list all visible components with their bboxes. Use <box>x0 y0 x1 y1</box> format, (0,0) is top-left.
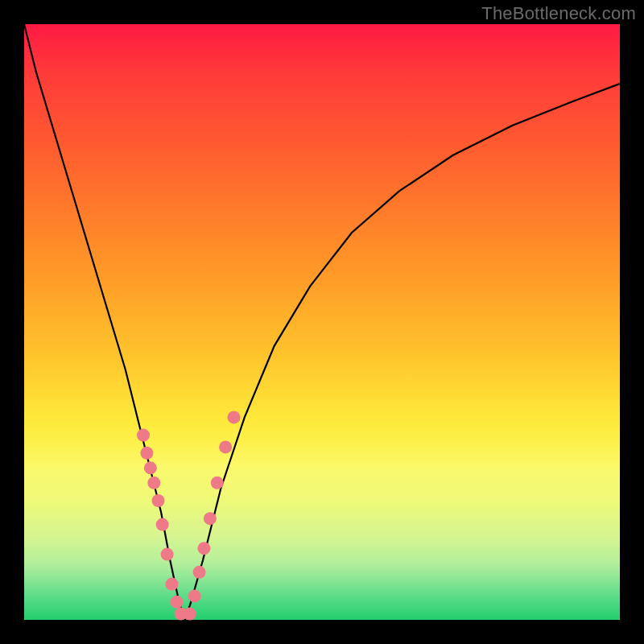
data-point <box>204 512 217 525</box>
data-point <box>193 566 206 579</box>
bottleneck-curve <box>24 24 620 620</box>
data-point <box>161 548 174 561</box>
data-point <box>166 578 179 591</box>
right-arm-dot-group <box>184 411 241 620</box>
watermark-text: TheBottleneck.com <box>481 3 636 24</box>
data-point <box>156 518 169 531</box>
data-point <box>152 494 165 507</box>
data-point <box>144 461 157 474</box>
data-point <box>170 596 183 609</box>
data-point <box>188 589 201 602</box>
chart-svg <box>24 24 620 620</box>
data-point <box>184 608 196 621</box>
data-point <box>140 447 153 460</box>
data-point <box>197 542 210 555</box>
data-point <box>219 440 232 453</box>
data-point <box>227 411 240 423</box>
left-arm-dot-group <box>137 429 188 621</box>
data-point <box>137 429 150 442</box>
chart-frame: TheBottleneck.com <box>0 0 644 644</box>
data-point <box>211 477 224 489</box>
plot-area <box>24 24 620 620</box>
data-point <box>147 477 160 489</box>
